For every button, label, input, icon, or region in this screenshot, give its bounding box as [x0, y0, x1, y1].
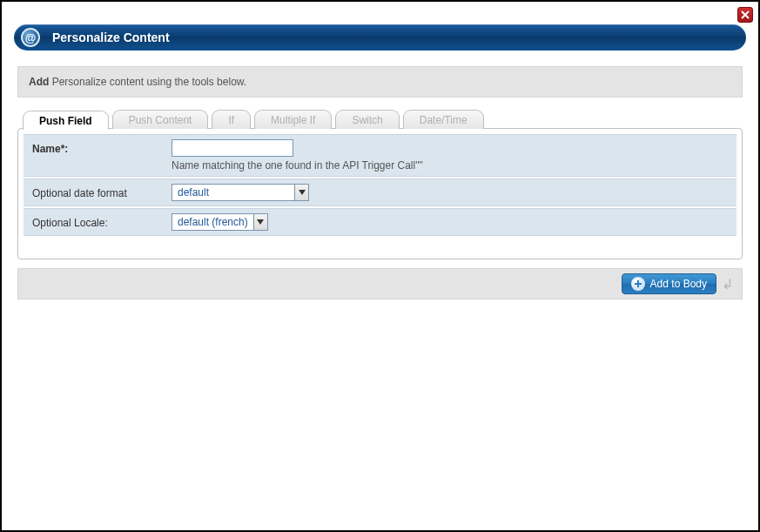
- tab-switch[interactable]: Switch: [335, 110, 399, 129]
- label-date-format: Optional date format: [32, 184, 172, 199]
- add-to-body-label: Add to Body: [650, 278, 707, 290]
- row-date-format: Optional date format default: [24, 178, 736, 206]
- close-button[interactable]: [737, 7, 753, 23]
- dialog-window: @ Personalize Content Add Personalize co…: [0, 0, 760, 532]
- return-icon[interactable]: ↲: [722, 276, 733, 293]
- instruction-bar: Add Personalize content using the tools …: [17, 66, 743, 98]
- tab-if[interactable]: If: [212, 110, 251, 129]
- tab-push-content[interactable]: Push Content: [112, 110, 209, 129]
- tab-label: Switch: [352, 114, 382, 126]
- name-hint: Name matching the one found in the API T…: [172, 159, 728, 172]
- instruction-bold: Add: [29, 76, 49, 88]
- row-locale: Optional Locale: default (french): [24, 208, 736, 236]
- instruction-text: Personalize content using the tools belo…: [49, 76, 246, 88]
- locale-value: default (french): [172, 214, 253, 230]
- tab-multiple-if[interactable]: Multiple If: [254, 110, 332, 129]
- date-format-value: default: [172, 185, 294, 200]
- tabs-row: Push Field Push Content If Multiple If S…: [17, 110, 743, 129]
- chevron-down-icon: [253, 214, 267, 230]
- tab-label: Multiple If: [271, 114, 315, 126]
- tab-label: If: [228, 114, 234, 126]
- plus-circle-icon: [631, 277, 645, 291]
- name-input[interactable]: [172, 139, 293, 157]
- app-icon: @: [21, 28, 40, 47]
- tab-label: Date/Time: [420, 114, 467, 126]
- tab-push-field[interactable]: Push Field: [23, 111, 109, 130]
- tabs-container: Push Field Push Content If Multiple If S…: [17, 110, 743, 259]
- field-date-format: default: [172, 184, 728, 201]
- dialog-header: @ Personalize Content: [14, 24, 746, 51]
- field-locale: default (french): [172, 213, 728, 231]
- tab-label: Push Field: [39, 115, 92, 127]
- field-name: Name matching the one found in the API T…: [172, 139, 728, 172]
- row-name: Name*: Name matching the one found in th…: [24, 134, 736, 177]
- app-icon-glyph: @: [25, 31, 37, 44]
- dialog-title: Personalize Content: [52, 30, 170, 44]
- action-bar: Add to Body ↲: [17, 268, 743, 300]
- close-icon: [741, 10, 750, 19]
- label-locale: Optional Locale:: [32, 213, 172, 229]
- tab-panel-push-field: Name*: Name matching the one found in th…: [17, 128, 743, 259]
- tab-date-time[interactable]: Date/Time: [403, 110, 484, 129]
- tab-label: Push Content: [129, 114, 192, 126]
- date-format-select[interactable]: default: [172, 184, 309, 201]
- label-name: Name*:: [32, 139, 172, 155]
- chevron-down-icon: [294, 185, 308, 200]
- add-to-body-button[interactable]: Add to Body: [622, 273, 716, 294]
- locale-select[interactable]: default (french): [172, 213, 268, 231]
